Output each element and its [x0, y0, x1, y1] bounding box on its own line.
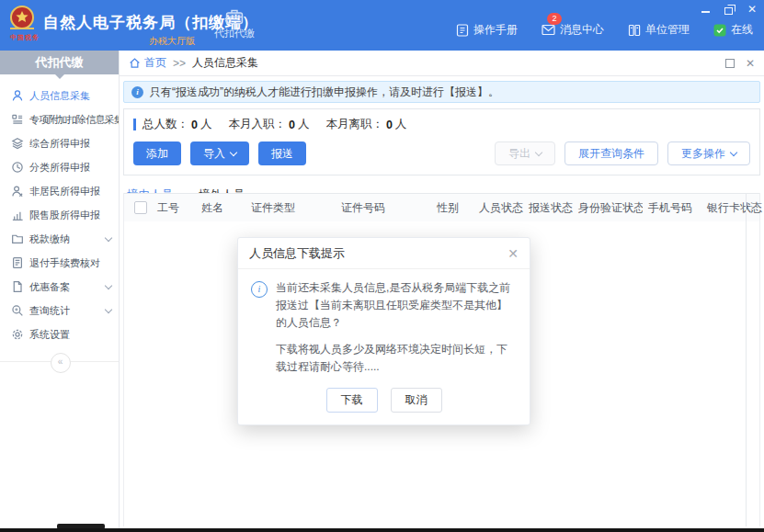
column-header[interactable]: 工号: [152, 200, 196, 216]
sidebar-item-refund-fee-check[interactable]: 退付手续费核对: [0, 251, 119, 275]
module-tab-withholding[interactable]: 代扣代缴: [208, 8, 261, 40]
sidebar-item-restricted-stock[interactable]: 限售股所得申报: [0, 203, 119, 227]
stat-label: 本月离职：: [325, 117, 383, 132]
sidebar-item-label: 限售股所得申报: [29, 209, 100, 222]
dialog-close-icon[interactable]: ✕: [507, 247, 519, 260]
column-header[interactable]: 证件号码: [336, 200, 431, 216]
nav-label: 在线: [731, 22, 753, 38]
sidebar-item-personnel-info[interactable]: 人员信息采集: [0, 84, 119, 108]
export-button[interactable]: 导出: [495, 141, 555, 165]
stat-hired-this-month: 本月入职：0人: [228, 117, 309, 132]
sidebar-item-label: 查询统计: [29, 304, 70, 318]
stat-total: 总人数：0人: [143, 117, 211, 132]
breadcrumb-separator: >>: [173, 57, 186, 70]
layers-icon: [11, 137, 24, 150]
sidebar-item-tax-payment[interactable]: 税款缴纳: [0, 227, 119, 251]
nav-item-manual[interactable]: 操作手册: [456, 22, 518, 38]
app-edition-label: 办税大厅版: [149, 35, 195, 48]
close-tab-icon[interactable]: ✕: [746, 57, 755, 70]
organization-icon: [628, 24, 641, 37]
column-header[interactable]: 手机号码: [643, 200, 701, 216]
breadcrumb-current: 人员信息采集: [192, 55, 258, 71]
sidebar-divider: «: [0, 361, 119, 362]
emblem-icon: [6, 5, 38, 34]
minimize-icon[interactable]: [701, 5, 712, 14]
column-header[interactable]: 姓名: [196, 200, 245, 216]
deduction-list-icon: [11, 113, 24, 126]
nav-item-messages[interactable]: 2 消息中心: [542, 22, 604, 38]
dialog-header: 人员信息下载提示 ✕: [238, 238, 530, 269]
close-icon[interactable]: ✕: [747, 5, 757, 14]
download-button[interactable]: 下载: [326, 388, 378, 413]
chevron-down-icon: [105, 305, 112, 312]
dialog-footer: 下载 取消: [238, 378, 530, 424]
chevron-down-icon: [105, 233, 112, 241]
toolbar: 添加 导入 报送 导出 展开查询条件 更多操作: [133, 141, 750, 165]
nav-label: 单位管理: [645, 22, 690, 38]
sidebar-item-label: 综合所得申报: [29, 137, 90, 151]
summary-panel: 总人数：0人 本月入职：0人 本月离职：0人 添加 导入 报送 导出 展开查询条…: [123, 108, 760, 175]
column-header[interactable]: 性别: [431, 200, 473, 216]
stat-unit: 人: [298, 117, 310, 132]
column-header[interactable]: 身份验证状态: [573, 200, 643, 216]
sidebar-item-label: 优惠备案: [29, 280, 70, 294]
home-icon: [129, 57, 141, 69]
sidebar-item-comprehensive-income[interactable]: 综合所得申报: [0, 131, 119, 155]
add-button[interactable]: 添加: [133, 141, 181, 165]
stat-value: 0: [289, 119, 295, 131]
table-header-row: 工号 姓名 证件类型 证件号码 性别 人员状态 报送状态 身份验证状态 手机号码…: [124, 193, 759, 222]
cancel-button[interactable]: 取消: [391, 388, 442, 413]
sidebar-header: 代扣代缴: [0, 51, 119, 74]
sidebar-collapse-button[interactable]: «: [51, 353, 71, 373]
submit-button[interactable]: 报送: [258, 141, 306, 165]
dialog-paragraph: 下载将视人员多少及网络环境决定时间长短，下载过程请耐心等待.....: [276, 341, 517, 376]
column-header[interactable]: 报送状态: [523, 200, 573, 216]
breadcrumb: 首页 >> 人员信息采集 ✕: [120, 51, 764, 76]
message-count-badge: 2: [547, 13, 562, 25]
more-actions-button[interactable]: 更多操作: [667, 141, 750, 165]
sidebar-item-special-deduction[interactable]: 专项附加扣除信息采集: [0, 108, 119, 131]
tab-controls: ✕: [725, 57, 755, 70]
stat-left-this-month: 本月离职：0人: [325, 117, 406, 132]
message-icon: [542, 24, 555, 36]
button-label: 更多操作: [681, 146, 725, 162]
bar-chart-icon: [11, 209, 24, 221]
nav-label: 消息中心: [560, 22, 604, 38]
column-header[interactable]: 证件类型: [245, 200, 336, 216]
sidebar-item-label: 税款缴纳: [29, 232, 70, 246]
stat-label: 总人数：: [143, 117, 188, 132]
stat-value: 0: [386, 119, 393, 131]
sidebar-item-classified-income[interactable]: 分类所得申报: [0, 155, 119, 179]
sidebar-item-label: 非居民所得申报: [29, 185, 100, 198]
chevron-down-icon: [105, 281, 112, 289]
expand-query-button[interactable]: 展开查询条件: [564, 141, 658, 165]
stat-value: 0: [191, 119, 198, 131]
restore-icon[interactable]: [724, 5, 735, 14]
nav-item-organization[interactable]: 单位管理: [628, 22, 690, 38]
download-prompt-dialog: 人员信息下载提示 ✕ i 当前还未采集人员信息,是否从税务局端下载之前报送过【当…: [237, 237, 530, 425]
column-header[interactable]: 人员状态: [473, 200, 523, 216]
breadcrumb-home-label: 首页: [144, 55, 166, 71]
sidebar: 代扣代缴 人员信息采集 专项附加扣除信息采集 综合所得申报 分类所得申报: [0, 51, 120, 528]
folder-icon: [11, 232, 24, 245]
sidebar-item-label: 专项附加扣除信息采集: [29, 113, 119, 127]
briefcase-icon: [225, 8, 244, 25]
column-resize-handle[interactable]: ⋮: [747, 200, 757, 212]
sidebar-item-preferential-record[interactable]: 优惠备案: [0, 275, 119, 299]
button-label: 添加: [146, 146, 168, 162]
sidebar-item-query-statistics[interactable]: 查询统计: [0, 299, 119, 323]
stat-label: 本月入职：: [228, 117, 286, 132]
sidebar-item-system-settings[interactable]: 系统设置: [0, 323, 119, 346]
chevron-down-icon: [730, 148, 737, 155]
dialog-body: i 当前还未采集人员信息,是否从税务局端下载之前报送过【当前未离职且任职受雇类型…: [238, 269, 530, 378]
import-button[interactable]: 导入: [190, 141, 249, 165]
maximize-tab-icon[interactable]: [725, 59, 735, 68]
sidebar-item-nonresident-income[interactable]: 非居民所得申报: [0, 179, 119, 203]
select-all-checkbox[interactable]: [134, 201, 147, 214]
button-label: 报送: [271, 146, 293, 162]
breadcrumb-home[interactable]: 首页: [129, 55, 166, 71]
fixed-column-divider: [746, 193, 747, 526]
sidebar-item-label: 系统设置: [29, 328, 70, 342]
nav-item-online-status[interactable]: 在线: [713, 22, 753, 38]
person-icon: [11, 89, 24, 102]
